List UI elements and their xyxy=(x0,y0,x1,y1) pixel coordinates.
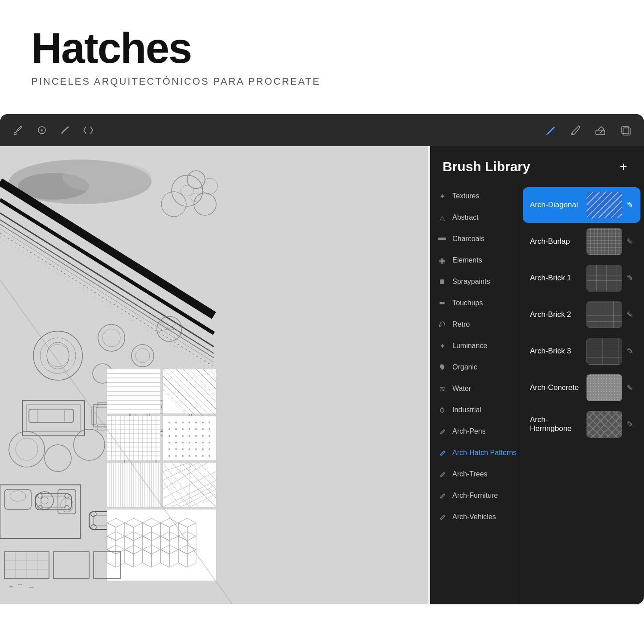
category-item-luminance[interactable]: ✦ Luminance xyxy=(430,335,519,357)
brush-edit-icon-5: ✎ xyxy=(627,383,633,393)
brush-item-arch-brick1[interactable]: Arch-Brick 1 ✎ xyxy=(523,260,640,296)
add-brush-button[interactable]: + xyxy=(615,159,632,175)
paintbrush-icon[interactable] xyxy=(567,122,583,138)
svg-point-149 xyxy=(189,448,190,450)
svg-point-144 xyxy=(202,442,204,443)
eraser-icon[interactable] xyxy=(592,122,608,138)
category-item-arch-vehicles[interactable]: Arch-Vehicles xyxy=(430,506,519,528)
brushes-list: Arch-Diagonal ✎ Arch-Burlap ✎ Arch xyxy=(519,183,644,604)
svg-point-143 xyxy=(195,442,197,443)
svg-point-128 xyxy=(189,428,190,430)
brush-edit-icon-2: ✎ xyxy=(627,273,633,283)
svg-point-135 xyxy=(189,435,190,437)
category-label-arch-trees: Arch-Trees xyxy=(452,470,488,478)
brush-library-panel: Brush Library + ✦ Textures △ Abstract xyxy=(430,146,644,604)
svg-point-148 xyxy=(182,448,184,450)
category-item-arch-pens[interactable]: Arch-Pens xyxy=(430,421,519,442)
layers-icon[interactable] xyxy=(617,122,633,138)
svg-point-118 xyxy=(168,422,170,423)
category-label-arch-pens: Arch-Pens xyxy=(452,427,486,435)
category-label-organic: Organic xyxy=(452,363,477,371)
brush-name-arch-herringbone: Arch-Herringbone xyxy=(530,415,583,433)
svg-point-132 xyxy=(168,435,170,437)
category-item-organic[interactable]: Organic xyxy=(430,357,519,378)
brush-preview-arch-brick1 xyxy=(587,265,622,291)
brush-edit-icon-0: ✎ xyxy=(627,200,633,210)
svg-point-136 xyxy=(195,435,197,437)
svg-point-121 xyxy=(189,422,190,423)
brush-name-arch-concrete: Arch-Concrete xyxy=(530,383,583,392)
category-item-elements[interactable]: ◉ Elements xyxy=(430,250,519,271)
category-item-retro[interactable]: Retro xyxy=(430,314,519,335)
svg-point-119 xyxy=(175,422,177,423)
category-label-textures: Textures xyxy=(452,192,479,200)
industrial-icon xyxy=(437,405,447,415)
luminance-icon: ✦ xyxy=(437,341,447,351)
brush-edit-icon-4: ✎ xyxy=(627,346,633,356)
brush-preview-arch-brick3 xyxy=(587,338,622,365)
category-item-arch-hatch[interactable]: Arch-Hatch Patterns xyxy=(430,442,519,464)
category-item-industrial[interactable]: Industrial xyxy=(430,399,519,421)
brush-library-title: Brush Library xyxy=(443,159,530,174)
category-item-spraypaints[interactable]: Spraypaints xyxy=(430,271,519,292)
category-item-abstract[interactable]: △ Abstract xyxy=(430,207,519,228)
brush-item-arch-diagonal[interactable]: Arch-Diagonal ✎ xyxy=(523,187,640,223)
category-label-touchups: Touchups xyxy=(452,299,483,307)
svg-point-150 xyxy=(195,448,197,450)
category-item-touchups[interactable]: Touchups xyxy=(430,292,519,314)
brush-item-arch-burlap[interactable]: Arch-Burlap ✎ xyxy=(523,224,640,259)
category-item-charcoals[interactable]: Charcoals xyxy=(430,228,519,250)
organic-icon xyxy=(437,362,447,372)
touchups-icon xyxy=(437,298,447,308)
svg-point-130 xyxy=(202,428,204,430)
magic-icon[interactable] xyxy=(34,122,50,138)
category-label-spraypaints: Spraypaints xyxy=(452,278,490,286)
svg-rect-218 xyxy=(440,279,444,284)
svg-point-2 xyxy=(571,133,573,135)
category-item-water[interactable]: ≋ Water xyxy=(430,378,519,399)
svg-point-127 xyxy=(182,428,184,430)
toolbar-left xyxy=(11,122,96,138)
brush-item-arch-brick3[interactable]: Arch-Brick 3 ✎ xyxy=(523,333,640,369)
app-canvas: Brush Library + ✦ Textures △ Abstract xyxy=(0,114,644,604)
svg-point-156 xyxy=(189,455,190,457)
svg-point-124 xyxy=(209,422,210,423)
brush-preview-arch-concrete xyxy=(587,374,622,401)
category-label-arch-hatch: Arch-Hatch Patterns xyxy=(452,449,517,457)
svg-point-120 xyxy=(182,422,184,423)
svg-point-137 xyxy=(202,435,204,437)
svg-point-159 xyxy=(209,455,210,457)
brush-library-body: ✦ Textures △ Abstract Charcoals ◉ Elemen… xyxy=(430,183,644,604)
brush-preview-arch-diagonal xyxy=(587,192,622,218)
page-subtitle: PINCELES ARQUITECTÓNICOS PARA PROCREATE xyxy=(31,76,613,87)
brush-edit-icon-3: ✎ xyxy=(627,310,633,320)
svg-point-141 xyxy=(182,442,184,443)
svg-point-138 xyxy=(209,435,210,437)
brush-item-arch-herringbone[interactable]: Arch-Herringbone ✎ xyxy=(523,406,640,442)
category-item-textures[interactable]: ✦ Textures xyxy=(430,185,519,207)
arch-vehicles-icon xyxy=(437,512,447,522)
brush-name-arch-brick2: Arch-Brick 2 xyxy=(530,310,583,319)
brush-edit-icon-1: ✎ xyxy=(627,237,633,246)
svg-rect-217 xyxy=(438,238,446,240)
water-icon: ≋ xyxy=(437,384,447,394)
pencil-icon[interactable] xyxy=(542,122,558,138)
category-label-retro: Retro xyxy=(452,320,470,328)
abstract-icon: △ xyxy=(437,213,447,222)
svg-point-9 xyxy=(62,162,152,193)
category-item-arch-furniture[interactable]: Arch-Furniture xyxy=(430,485,519,506)
textures-icon: ✦ xyxy=(437,191,447,201)
category-item-arch-trees[interactable]: Arch-Trees xyxy=(430,464,519,485)
spraypaints-icon xyxy=(437,277,447,287)
brush-item-arch-brick2[interactable]: Arch-Brick 2 ✎ xyxy=(523,297,640,332)
wrench-icon[interactable] xyxy=(11,122,27,138)
svg-point-134 xyxy=(182,435,184,437)
svg-point-0 xyxy=(14,133,16,135)
toolbar-right xyxy=(542,122,633,138)
smudge-icon[interactable] xyxy=(57,122,73,138)
brush-preview-arch-herringbone xyxy=(587,411,622,438)
svg-rect-207 xyxy=(107,509,216,581)
transform-icon[interactable] xyxy=(80,122,96,138)
brush-item-arch-concrete[interactable]: Arch-Concrete ✎ xyxy=(523,370,640,406)
charcoals-icon xyxy=(437,234,447,244)
